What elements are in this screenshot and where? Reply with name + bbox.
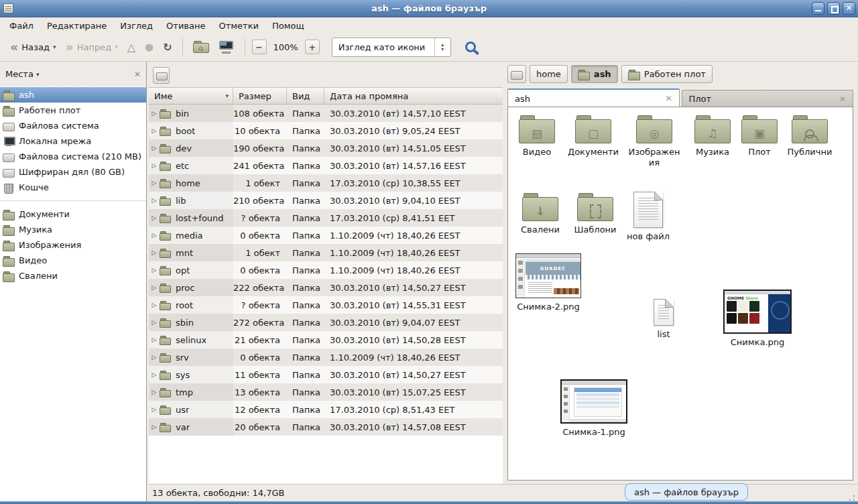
icon-item-snimka-1[interactable]: Снимка-1.png — [558, 379, 630, 438]
icon-item-documents[interactable]: ▢ Документи — [566, 115, 621, 158]
icon-item-templates[interactable]: Шаблони — [571, 193, 619, 235]
column-header-name[interactable]: Име — [149, 88, 233, 104]
sidebar-item-documents-folder-8[interactable]: Документи — [0, 206, 146, 222]
tab-ash[interactable]: ash — [507, 88, 680, 107]
expander-icon[interactable] — [149, 214, 160, 221]
table-row-bin[interactable]: bin108 обектаПапка30.03.2010 (вт) 14,57,… — [149, 105, 503, 122]
icon-item-snimka[interactable]: GNOME Store Снимка.png — [721, 290, 794, 348]
icon-item-music[interactable]: ♫ Музика — [690, 115, 735, 158]
sidebar-item-network-3[interactable]: Локална мрежа — [0, 133, 146, 149]
sidebar-item-downloads-folder-12[interactable]: Свалени — [0, 268, 146, 284]
icon-item-desktop[interactable]: ▣ Плот — [740, 115, 779, 158]
back-button[interactable]: Назад — [5, 39, 60, 56]
zoom-out-button[interactable] — [252, 40, 267, 54]
column-header-size[interactable]: Размер — [233, 88, 287, 104]
table-row-lib[interactable]: lib210 обектаПапка30.03.2010 (вт) 9,04,1… — [149, 192, 503, 209]
table-row-home[interactable]: home1 обектПапка17.03.2010 (ср) 10,38,55… — [149, 174, 503, 192]
sidebar-item-images-folder-10[interactable]: Изображения — [0, 237, 146, 253]
home-button[interactable] — [188, 38, 214, 56]
menu-help[interactable]: Помощ — [265, 19, 311, 32]
table-row-media[interactable]: media0 обектаПапка1.10.2009 (чт) 18,40,2… — [149, 227, 503, 244]
sidebar-item-video-folder-11[interactable]: Видео — [0, 253, 146, 268]
sidebar-item-drive-4[interactable]: Файлова система (210 MB) — [0, 149, 146, 164]
table-row-root[interactable]: root? обектаПапка30.03.2010 (вт) 14,55,3… — [149, 296, 503, 314]
table-row-proc[interactable]: proc222 обектаПапка30.03.2010 (вт) 14,50… — [149, 279, 503, 296]
sidebar-item-home-folder-0[interactable]: ash — [0, 87, 146, 103]
expander-icon[interactable] — [149, 232, 160, 239]
resize-grip[interactable] — [847, 493, 856, 502]
tab-close-icon[interactable] — [665, 94, 672, 103]
expander-icon[interactable] — [149, 284, 160, 291]
search-button[interactable] — [461, 37, 481, 57]
breadcrumb-ash-button[interactable]: ash — [571, 65, 618, 83]
icon-item-downloads[interactable]: ↓ Свалени — [517, 193, 563, 235]
sidebar-title[interactable]: Места — [5, 69, 34, 79]
zoom-in-button[interactable] — [305, 40, 320, 54]
menu-file[interactable]: Файл — [3, 19, 40, 32]
expander-icon[interactable] — [149, 267, 160, 273]
breadcrumb-home-button[interactable]: home — [530, 65, 568, 83]
expander-icon[interactable] — [149, 249, 160, 256]
up-button[interactable] — [123, 38, 140, 57]
expander-icon[interactable] — [149, 336, 160, 343]
icon-item-public[interactable]: Публични — [784, 115, 835, 158]
breadcrumb-root-button[interactable] — [507, 65, 526, 83]
forward-history-dropdown-icon[interactable] — [115, 44, 118, 50]
expander-icon[interactable] — [149, 197, 160, 204]
taskbar-window-button[interactable]: ash — файлов браузър — [625, 483, 748, 501]
icon-item-list[interactable]: list — [642, 299, 685, 340]
table-row-opt[interactable]: opt0 обектаПапка1.10.2009 (чт) 18,40,26 … — [149, 261, 503, 279]
back-history-dropdown-icon[interactable] — [53, 44, 56, 50]
expander-icon[interactable] — [149, 162, 160, 169]
titlebar[interactable]: ash — файлов браузър — [0, 0, 858, 17]
sidebar-item-desktop-folder-1[interactable]: Работен плот — [0, 103, 146, 118]
sidebar-item-drive-5[interactable]: Шифриран дял (80 GB) — [0, 164, 146, 180]
menu-bookmarks[interactable]: Отметки — [212, 19, 265, 32]
icon-item-snimka-2[interactable]: GUADEC Снимка-2.png — [513, 253, 583, 312]
tab-close-icon[interactable] — [839, 94, 846, 104]
forward-button[interactable]: Напред — [60, 39, 122, 56]
menu-go[interactable]: Отиване — [160, 19, 212, 32]
expander-icon[interactable] — [149, 354, 160, 361]
menu-view[interactable]: Изглед — [113, 19, 160, 32]
table-row-var[interactable]: var20 обектаПапка30.03.2010 (вт) 14,57,0… — [149, 418, 503, 436]
computer-button[interactable] — [214, 38, 239, 57]
sidebar-close-icon[interactable] — [134, 70, 141, 79]
view-mode-select[interactable]: Изглед като икони — [332, 38, 451, 57]
tab-plot[interactable]: Плот — [682, 90, 854, 107]
icon-view[interactable]: ▤ Видео ▢ Документи ◎ Изображения ♫ Музи… — [507, 107, 853, 481]
view-mode-spinner-icon[interactable] — [434, 38, 450, 56]
table-row-srv[interactable]: srv0 обектаПапка1.10.2009 (чт) 18,40,26 … — [149, 349, 503, 366]
maximize-button[interactable] — [827, 2, 840, 15]
expander-icon[interactable] — [149, 389, 160, 395]
menu-edit[interactable]: Редактиране — [40, 19, 113, 32]
expander-icon[interactable] — [149, 302, 160, 308]
close-button[interactable] — [843, 2, 855, 15]
expander-icon[interactable] — [149, 180, 160, 186]
minimize-button[interactable] — [812, 2, 824, 15]
table-row-usr[interactable]: usr12 обектаПапка17.03.2010 (ср) 8,51,43… — [149, 401, 503, 418]
expander-icon[interactable] — [149, 145, 160, 151]
table-row-sbin[interactable]: sbin272 обектаПапка30.03.2010 (вт) 9,04,… — [149, 314, 503, 331]
sidebar-title-dropdown-icon[interactable] — [36, 71, 40, 78]
column-header-date[interactable]: Дата на промяна — [324, 88, 503, 104]
icon-item-new-file[interactable]: нов файл — [625, 192, 672, 242]
expander-icon[interactable] — [149, 424, 160, 430]
reload-button[interactable] — [158, 38, 176, 57]
icon-item-images[interactable]: ◎ Изображения — [627, 115, 681, 169]
table-row-mnt[interactable]: mnt1 обектПапка1.10.2009 (чт) 18,40,26 E… — [149, 244, 503, 261]
expander-icon[interactable] — [149, 110, 160, 117]
icon-item-video[interactable]: ▤ Видео — [515, 115, 559, 158]
expander-icon[interactable] — [149, 127, 160, 134]
sidebar-item-music-folder-9[interactable]: Музика — [0, 222, 146, 237]
table-row-boot[interactable]: boot10 обектаПапка30.03.2010 (вт) 9,05,2… — [149, 122, 503, 139]
expander-icon[interactable] — [149, 371, 160, 378]
table-row-selinux[interactable]: selinux21 обектаПапка30.03.2010 (вт) 14,… — [149, 331, 503, 349]
column-header-type[interactable]: Вид — [287, 88, 324, 104]
table-row-sys[interactable]: sys11 обектаПапка30.03.2010 (вт) 14,50,2… — [149, 366, 503, 383]
breadcrumb-desktop-button[interactable]: Работен плот — [621, 65, 713, 83]
table-row-dev[interactable]: dev190 обектаПапка30.03.2010 (вт) 14,51,… — [149, 139, 503, 157]
table-row-tmp[interactable]: tmp13 обектаПапка30.03.2010 (вт) 15,07,2… — [149, 383, 503, 401]
filesystem-root-button[interactable] — [153, 67, 170, 84]
sidebar-item-drive-2[interactable]: Файлова система — [0, 118, 146, 133]
